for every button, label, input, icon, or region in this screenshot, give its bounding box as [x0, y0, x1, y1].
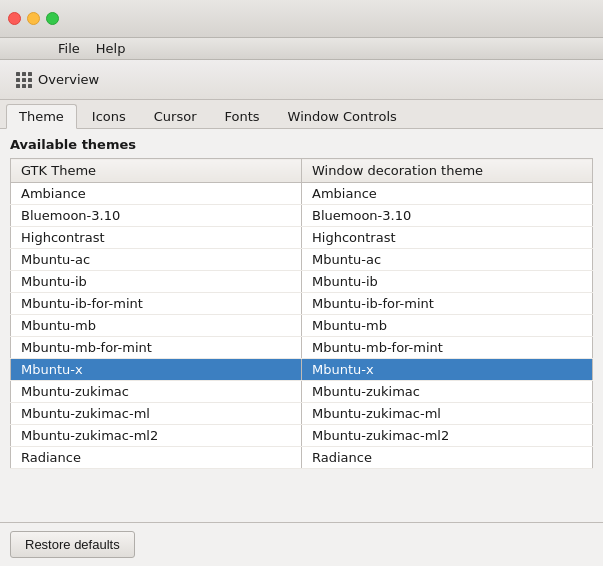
- menu-bar: File Help: [0, 38, 603, 60]
- wdt-cell: Mbuntu-mb: [302, 315, 593, 337]
- table-row[interactable]: Mbuntu-ib-for-mintMbuntu-ib-for-mint: [11, 293, 593, 315]
- gtk-theme-cell: Mbuntu-x: [11, 359, 302, 381]
- theme-panel: Available themes GTK Theme Window decora…: [0, 129, 603, 477]
- themes-table: GTK Theme Window decoration theme Ambian…: [10, 158, 593, 469]
- wdt-cell: Mbuntu-zukimac-ml: [302, 403, 593, 425]
- table-row[interactable]: RadianceRadiance: [11, 447, 593, 469]
- wdt-cell: Mbuntu-mb-for-mint: [302, 337, 593, 359]
- overview-button[interactable]: Overview: [10, 68, 105, 92]
- table-row[interactable]: Mbuntu-acMbuntu-ac: [11, 249, 593, 271]
- wdt-cell: Highcontrast: [302, 227, 593, 249]
- gtk-theme-cell: Radiance: [11, 447, 302, 469]
- overview-label: Overview: [38, 72, 99, 87]
- grid-icon: [16, 72, 32, 88]
- section-title: Available themes: [10, 137, 593, 152]
- wdt-cell: Mbuntu-ib-for-mint: [302, 293, 593, 315]
- wdt-cell: Radiance: [302, 447, 593, 469]
- tab-theme[interactable]: Theme: [6, 104, 77, 129]
- gtk-theme-cell: Mbuntu-ac: [11, 249, 302, 271]
- minimize-button[interactable]: [27, 12, 40, 25]
- window-controls: [8, 12, 59, 25]
- gtk-theme-cell: Bluemoon-3.10: [11, 205, 302, 227]
- table-row[interactable]: HighcontrastHighcontrast: [11, 227, 593, 249]
- gtk-theme-cell: Highcontrast: [11, 227, 302, 249]
- tab-fonts[interactable]: Fonts: [212, 104, 273, 128]
- wdt-cell: Ambiance: [302, 183, 593, 205]
- table-row[interactable]: Bluemoon-3.10Bluemoon-3.10: [11, 205, 593, 227]
- bottom-bar: Restore defaults: [0, 522, 603, 566]
- gtk-theme-cell: Mbuntu-mb: [11, 315, 302, 337]
- close-button[interactable]: [8, 12, 21, 25]
- wdt-cell: Mbuntu-x: [302, 359, 593, 381]
- maximize-button[interactable]: [46, 12, 59, 25]
- table-row[interactable]: Mbuntu-ibMbuntu-ib: [11, 271, 593, 293]
- gtk-theme-cell: Mbuntu-zukimac: [11, 381, 302, 403]
- wdt-cell: Mbuntu-ac: [302, 249, 593, 271]
- wdt-cell: Mbuntu-ib: [302, 271, 593, 293]
- wdt-cell: Mbuntu-zukimac: [302, 381, 593, 403]
- gtk-theme-cell: Mbuntu-zukimac-ml2: [11, 425, 302, 447]
- menu-help[interactable]: Help: [88, 41, 134, 56]
- gtk-theme-cell: Mbuntu-ib: [11, 271, 302, 293]
- wdt-cell: Mbuntu-zukimac-ml2: [302, 425, 593, 447]
- table-row[interactable]: Mbuntu-mb-for-mintMbuntu-mb-for-mint: [11, 337, 593, 359]
- tab-cursor[interactable]: Cursor: [141, 104, 210, 128]
- title-bar: [0, 0, 603, 38]
- menu-file[interactable]: File: [50, 41, 88, 56]
- wdt-cell: Bluemoon-3.10: [302, 205, 593, 227]
- gtk-theme-cell: Mbuntu-mb-for-mint: [11, 337, 302, 359]
- gtk-theme-cell: Mbuntu-zukimac-ml: [11, 403, 302, 425]
- gtk-theme-cell: Mbuntu-ib-for-mint: [11, 293, 302, 315]
- col-gtk-theme: GTK Theme: [11, 159, 302, 183]
- col-window-decoration: Window decoration theme: [302, 159, 593, 183]
- table-row[interactable]: AmbianceAmbiance: [11, 183, 593, 205]
- table-row[interactable]: Mbuntu-zukimacMbuntu-zukimac: [11, 381, 593, 403]
- gtk-theme-cell: Ambiance: [11, 183, 302, 205]
- table-row[interactable]: Mbuntu-mbMbuntu-mb: [11, 315, 593, 337]
- table-row[interactable]: Mbuntu-zukimac-mlMbuntu-zukimac-ml: [11, 403, 593, 425]
- table-row[interactable]: Mbuntu-xMbuntu-x: [11, 359, 593, 381]
- table-row[interactable]: Mbuntu-zukimac-ml2Mbuntu-zukimac-ml2: [11, 425, 593, 447]
- tab-icons[interactable]: Icons: [79, 104, 139, 128]
- toolbar: Overview: [0, 60, 603, 100]
- tab-window-controls[interactable]: Window Controls: [275, 104, 410, 128]
- tab-bar: Theme Icons Cursor Fonts Window Controls: [0, 100, 603, 129]
- restore-defaults-button[interactable]: Restore defaults: [10, 531, 135, 558]
